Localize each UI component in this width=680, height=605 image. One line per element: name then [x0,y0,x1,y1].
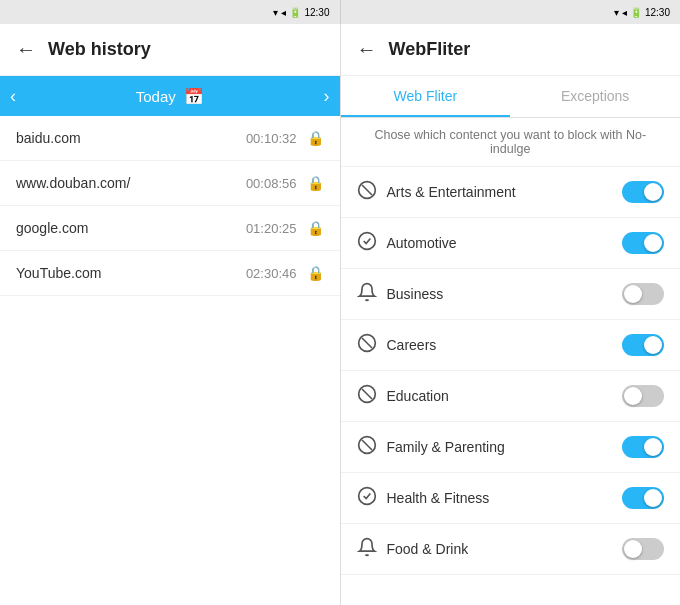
history-right: 00:08:56 🔒 [246,175,324,191]
filter-toggle[interactable] [622,232,664,254]
block-icon [357,384,377,408]
nav-prev-button[interactable]: ‹ [10,86,16,107]
calendar-icon[interactable]: 📅 [184,87,204,106]
tabs: Web FliterExceptions [341,76,681,118]
history-time: 01:20:25 [246,221,297,236]
history-url: google.com [16,220,88,236]
left-panel-header: ← Web history [0,24,340,76]
filter-item: Food & Drink [341,524,681,575]
filter-toggle[interactable] [622,385,664,407]
filter-toggle[interactable] [622,487,664,509]
toggle-knob [624,540,642,558]
history-item[interactable]: baidu.com 00:10:32 🔒 [0,116,340,161]
right-panel-title: WebFliter [389,39,471,60]
filter-label: Food & Drink [387,541,469,557]
filter-label: Family & Parenting [387,439,505,455]
right-status-bar: ▾ ◂ 🔋 12:30 [341,0,681,24]
right-status-icons: ▾ ◂ 🔋 12:30 [614,7,670,18]
left-battery-icon: 🔋 [289,7,301,18]
lock-icon: 🔒 [307,175,324,191]
history-list: baidu.com 00:10:32 🔒 www.douban.com/ 00:… [0,116,340,605]
filter-left: Business [357,282,444,306]
right-time: 12:30 [645,7,670,18]
right-signal-icon: ◂ [622,7,627,18]
toggle-knob [644,336,662,354]
filter-left: Careers [357,333,437,357]
filter-label: Business [387,286,444,302]
nav-today-label: Today [136,88,176,105]
right-back-button[interactable]: ← [357,38,377,61]
right-panel: ← WebFliter Web FliterExceptions Chose w… [341,24,681,605]
filter-description: Chose which contenct you want to block w… [341,118,681,167]
left-status-icons: ▾ ◂ 🔋 12:30 [273,7,329,18]
filter-toggle[interactable] [622,436,664,458]
history-right: 01:20:25 🔒 [246,220,324,236]
toggle-knob [624,387,642,405]
svg-line-4 [362,338,372,348]
bell-icon [357,537,377,561]
filter-label: Automotive [387,235,457,251]
filter-toggle[interactable] [622,181,664,203]
check-icon [357,231,377,255]
left-panel-title: Web history [48,39,151,60]
filter-toggle[interactable] [622,283,664,305]
svg-point-2 [358,233,375,250]
nav-next-button[interactable]: › [324,86,330,107]
lock-icon: 🔒 [307,265,324,281]
bell-icon [357,282,377,306]
toggle-knob [644,234,662,252]
history-url: www.douban.com/ [16,175,130,191]
filter-item: Careers [341,320,681,371]
svg-point-9 [358,488,375,505]
filter-item: Family & Parenting [341,422,681,473]
filter-left: Health & Fitness [357,486,490,510]
history-time: 00:10:32 [246,131,297,146]
toggle-knob [644,438,662,456]
right-wifi-icon: ▾ [614,7,619,18]
filter-left: Education [357,384,449,408]
filter-label: Arts & Entertainment [387,184,516,200]
filter-left: Family & Parenting [357,435,505,459]
check-icon [357,486,377,510]
block-icon [357,435,377,459]
history-time: 02:30:46 [246,266,297,281]
svg-line-8 [362,440,372,450]
filter-item: Health & Fitness [341,473,681,524]
filter-toggle[interactable] [622,538,664,560]
nav-label: Today 📅 [136,87,204,106]
left-status-bar: ▾ ◂ 🔋 12:30 [0,0,341,24]
block-icon [357,180,377,204]
history-time: 00:08:56 [246,176,297,191]
left-panel: ← Web history ‹ Today 📅 › baidu.com 00:1… [0,24,341,605]
filter-toggle[interactable] [622,334,664,356]
main-content: ← Web history ‹ Today 📅 › baidu.com 00:1… [0,24,680,605]
lock-icon: 🔒 [307,130,324,146]
filter-left: Food & Drink [357,537,469,561]
filter-list: Arts & Entertainment Automotive Business… [341,167,681,605]
tab-exceptions[interactable]: Exceptions [510,76,680,117]
history-item[interactable]: google.com 01:20:25 🔒 [0,206,340,251]
tab-web-fliter[interactable]: Web Fliter [341,76,511,117]
filter-item: Education [341,371,681,422]
right-battery-icon: 🔋 [630,7,642,18]
left-back-button[interactable]: ← [16,38,36,61]
toggle-knob [644,489,662,507]
history-url: YouTube.com [16,265,101,281]
filter-item: Automotive [341,218,681,269]
filter-left: Automotive [357,231,457,255]
history-right: 00:10:32 🔒 [246,130,324,146]
svg-line-6 [362,389,372,399]
history-url: baidu.com [16,130,81,146]
block-icon [357,333,377,357]
left-time: 12:30 [304,7,329,18]
filter-label: Health & Fitness [387,490,490,506]
history-right: 02:30:46 🔒 [246,265,324,281]
status-bars: ▾ ◂ 🔋 12:30 ▾ ◂ 🔋 12:30 [0,0,680,24]
toggle-knob [624,285,642,303]
history-item[interactable]: www.douban.com/ 00:08:56 🔒 [0,161,340,206]
right-panel-header: ← WebFliter [341,24,681,76]
history-nav-bar: ‹ Today 📅 › [0,76,340,116]
filter-label: Education [387,388,449,404]
filter-item: Business [341,269,681,320]
history-item[interactable]: YouTube.com 02:30:46 🔒 [0,251,340,296]
